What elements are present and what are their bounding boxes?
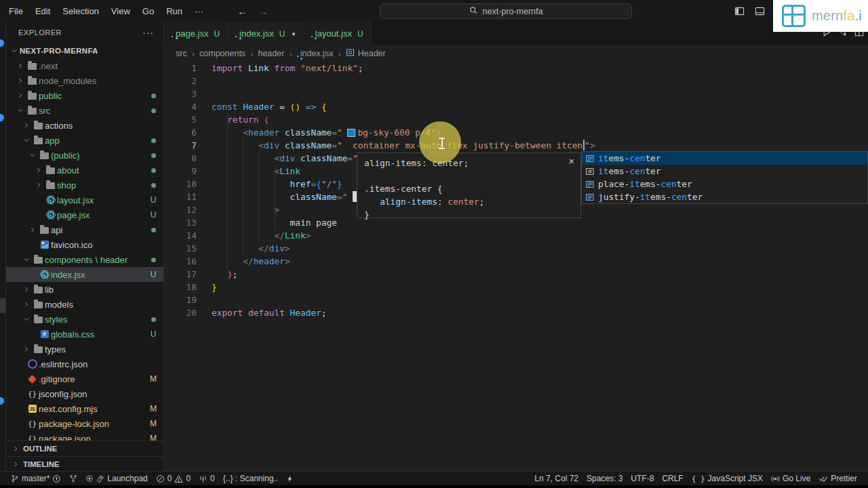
code-line-7[interactable]: 7 <div className=" container mx-auto fle… [164, 139, 868, 152]
tree-folder-src[interactable]: src [6, 103, 163, 118]
tree-file-page-jsx[interactable]: page.jsxU [6, 207, 163, 222]
tree-file-gitignore[interactable]: .gitignoreM [6, 371, 163, 386]
class-symbol-icon [584, 192, 595, 202]
code-line-15[interactable]: 15 </div> [164, 242, 868, 255]
tree-folder-api[interactable]: api [6, 222, 163, 237]
status-item-encoding[interactable]: UTF-8 [627, 472, 658, 485]
status-item-git-graph[interactable] [65, 472, 81, 485]
menu-item-[interactable]: ··· [189, 6, 210, 16]
close-icon[interactable]: × [568, 155, 574, 167]
tree-file-package-lock-json[interactable]: {}package-lock.jsonM [6, 416, 163, 431]
tree-folder-lib[interactable]: lib [6, 282, 163, 297]
status-item-indentation[interactable]: Spaces: 3 [583, 472, 627, 485]
status-item-prettier[interactable]: Prettier [814, 472, 861, 485]
status-item-problems[interactable]: 00 [152, 472, 195, 485]
code-line-18[interactable]: 18} [164, 281, 868, 293]
menu-item-file[interactable]: File [3, 6, 29, 16]
tree-file-package-json[interactable]: {}package.jsonM [6, 431, 163, 441]
suggest-item-items-center[interactable]: items-center [582, 152, 867, 165]
back-button[interactable]: ← [237, 5, 248, 17]
breadcrumb-item-header[interactable]: header [258, 49, 284, 58]
status-item-language-mode[interactable]: { }JavaScript JSX [688, 472, 767, 485]
menu-item-run[interactable]: Run [160, 6, 189, 16]
chevron-down-icon [15, 107, 26, 114]
suggest-item-items-center[interactable]: items-center [582, 165, 867, 178]
code-line-5[interactable]: 5 return ( [164, 113, 868, 126]
tree-folder-public[interactable]: public [6, 88, 163, 103]
tab-index-jsx[interactable]: index.jsxU● [228, 22, 304, 45]
code-editor[interactable]: 1import Link from "next/link";234const H… [164, 62, 868, 472]
code-line-2[interactable]: 2 [164, 75, 868, 87]
git-status-badge: M [147, 374, 159, 384]
status-item-git-branch[interactable]: master* [7, 472, 65, 485]
tree-file-eslintrc-json[interactable]: .eslintrc.json [6, 357, 163, 371]
breadcrumb-item-index-jsx[interactable]: index.jsx [297, 49, 334, 58]
menu-item-go[interactable]: Go [136, 6, 160, 16]
outline-section[interactable]: OUTLINE [6, 441, 163, 456]
code-line-19[interactable]: 19 [164, 293, 868, 306]
code-line-6[interactable]: 6 <header className=" bg-sky-600 p-4"> [164, 126, 868, 139]
tree-folder-next-pro-mernfa[interactable]: NEXT-PRO-MERNFA [6, 43, 163, 58]
tree-folder-components-header[interactable]: components \ header [6, 252, 163, 267]
workbench: EXPLORER ··· NEXT-PRO-MERNFA.nextnode_mo… [0, 22, 868, 472]
tab-layout-jsx[interactable]: layout.jsxU [304, 22, 372, 45]
forward-button[interactable]: → [258, 5, 269, 17]
status-item-eol[interactable]: CRLF [658, 472, 687, 485]
broadcast-icon [771, 474, 780, 483]
code-line-3[interactable]: 3 [164, 87, 868, 100]
status-item-scanning[interactable]: {..} : Scanning.. [219, 472, 282, 485]
tree-folder-shop[interactable]: shop [6, 178, 163, 192]
status-item-go-live[interactable]: Go Live [767, 472, 814, 485]
tree-folder-models[interactable]: models [6, 297, 163, 312]
tree-folder-styles[interactable]: styles [6, 312, 163, 327]
timeline-section[interactable]: TIMELINE [6, 456, 163, 472]
tree-folder-public[interactable]: (public) [6, 148, 163, 163]
status-item-cursor-position[interactable]: Ln 7, Col 72 [530, 472, 583, 485]
tree-file-layout-jsx[interactable]: layout.jsxU [6, 192, 163, 207]
breadcrumb-item-components[interactable]: components [199, 49, 245, 58]
status-item-launchpad[interactable]: Launchpad [81, 472, 151, 485]
suggest-item-place-items-center[interactable]: place-items-center [582, 178, 867, 190]
chevron-right-icon [33, 167, 44, 174]
suggest-item-justify-items-center[interactable]: justify-items-center [582, 190, 867, 203]
code-line-17[interactable]: 17 ); [164, 268, 868, 281]
toggle-panel-icon[interactable] [755, 6, 765, 16]
suggest-widget: items-centeritems-centerplace-items-cent… [581, 151, 868, 204]
tree-file-next-config-mjs[interactable]: JSnext.config.mjsM [6, 401, 163, 416]
zap-icon [286, 474, 294, 483]
code-line-14[interactable]: 14 </Link> [164, 229, 868, 242]
tree-item-label: package-lock.json [39, 419, 147, 429]
tree-item-label: models [45, 300, 147, 310]
tree-folder-types[interactable]: types [6, 342, 163, 357]
breadcrumb-item-src[interactable]: src [176, 49, 187, 58]
code-text: <div className=" container mx-auto flex … [212, 139, 595, 152]
folder-icon [26, 77, 39, 85]
command-center-search[interactable]: next-pro-mernfa [380, 3, 632, 19]
tree-file-favicon-ico[interactable]: favicon.ico [6, 237, 163, 252]
tree-file-jsconfig-json[interactable]: {}jsconfig.json [6, 386, 163, 401]
tab-page-jsx[interactable]: page.jsxU [164, 22, 228, 45]
menu-item-edit[interactable]: Edit [29, 6, 56, 16]
tree-folder-actions[interactable]: actions [6, 118, 163, 133]
tree-folder-next[interactable]: .next [6, 58, 163, 73]
tree-file-index-jsx[interactable]: index.jsxU [6, 267, 163, 282]
dirty-dot-icon[interactable]: ● [292, 30, 295, 37]
code-line-1[interactable]: 1import Link from "next/link"; [164, 62, 868, 75]
status-item-zap[interactable] [282, 472, 298, 485]
tree-folder-app[interactable]: app [6, 133, 163, 148]
explorer-more-actions[interactable]: ··· [142, 27, 154, 38]
code-line-16[interactable]: 16 </header> [164, 255, 868, 268]
menu-item-view[interactable]: View [105, 6, 136, 16]
menu-item-selection[interactable]: Selection [56, 6, 104, 16]
class-symbol-icon [584, 154, 595, 163]
code-line-4[interactable]: 4const Header = () => { [164, 100, 868, 113]
explorer-header: EXPLORER ··· [6, 22, 163, 43]
chevron-right-icon [21, 301, 32, 308]
status-item-ports[interactable]: 0 [195, 472, 219, 485]
tree-file-globals-css[interactable]: #globals.cssU [6, 327, 163, 342]
breadcrumb-item-header[interactable]: Header [346, 48, 386, 59]
tree-folder-about[interactable]: about [6, 163, 163, 178]
toggle-sidebar-icon[interactable] [734, 6, 745, 16]
code-line-20[interactable]: 20export default Header; [164, 306, 868, 319]
tree-folder-node-modules[interactable]: node_modules [6, 73, 163, 88]
